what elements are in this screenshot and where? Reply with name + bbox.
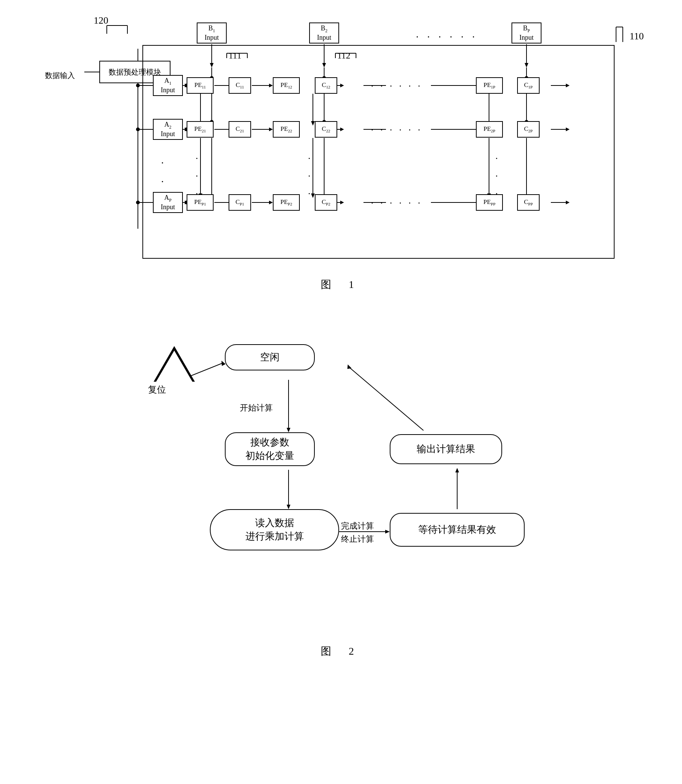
pe22-box: PE22: [273, 121, 300, 137]
c12-box: C12: [315, 77, 337, 94]
a2-input-box: A2Input: [153, 119, 183, 140]
c21-box: C21: [229, 121, 251, 137]
pep1-box: PEP1: [186, 194, 214, 211]
svg-point-8: [136, 128, 140, 131]
complete-compute-label: 完成计算: [341, 521, 374, 532]
svg-marker-114: [287, 505, 290, 509]
pe11-box: PE11: [186, 77, 214, 94]
row1-dots: · · · · · ·: [371, 81, 423, 92]
a1-input-box: A1Input: [153, 75, 183, 96]
wait-state-box: 等待计算结果有效: [390, 513, 524, 547]
cp2-box: CP2: [315, 194, 337, 211]
cp1-box: CP1: [229, 194, 251, 211]
col2-dots: ···: [308, 150, 311, 203]
reset-label: 复位: [148, 383, 166, 396]
b2-input-box: B2Input: [309, 22, 339, 43]
label-111: 111: [229, 51, 241, 61]
fig1-caption: 图 1: [22, 278, 660, 292]
pe12-box: PE12: [273, 77, 300, 94]
read-compute-state-box: 读入数据 进行乘加计算: [210, 509, 339, 551]
idle-state-box: 空闲: [225, 344, 315, 370]
b1-input-box: B1Input: [197, 22, 227, 43]
pe2p-box: PE2P: [476, 121, 503, 137]
pe21-box: PE21: [186, 121, 214, 137]
fig2-diagram: 复位 空闲 开始计算 接收参数 初始化变量 读入数据 进行乘加计算 完成计算 终…: [79, 329, 603, 637]
svg-marker-112: [287, 428, 290, 432]
c22-box: C22: [315, 121, 337, 137]
label-110: 110: [629, 31, 644, 42]
fig2-caption: 图 2: [22, 644, 660, 658]
c1p-box: C1P: [517, 77, 540, 94]
page: 120 数据输入: [0, 0, 682, 784]
c2p-box: C2P: [517, 121, 540, 137]
cpp-box: CPP: [517, 194, 540, 211]
pe1p-box: PE1P: [476, 77, 503, 94]
figure1-container: 120 数据输入: [22, 15, 660, 307]
triangle-inner: [156, 351, 193, 382]
bp-input-box: BPInput: [512, 22, 542, 43]
svg-point-7: [136, 84, 140, 87]
label-120: 120: [94, 15, 108, 26]
figure2-container: 复位 空闲 开始计算 接收参数 初始化变量 读入数据 进行乘加计算 完成计算 终…: [22, 329, 660, 674]
end-compute-label: 终止计算: [341, 533, 374, 545]
svg-marker-121: [347, 364, 352, 369]
pep2-box: PEP2: [273, 194, 300, 211]
receive-state-box: 接收参数 初始化变量: [225, 432, 315, 466]
data-input-label: 数据输入: [45, 70, 75, 81]
label-112: 112: [337, 51, 351, 61]
b-dots: · · · · · ·: [416, 31, 478, 43]
output-state-box: 输出计算结果: [390, 434, 502, 464]
row2-dots: · · · · · ·: [371, 125, 423, 136]
start-compute-label: 开始计算: [240, 402, 273, 414]
rowp-dots: · · · · · ·: [371, 198, 423, 209]
pepp-box: PEPP: [476, 194, 503, 211]
triangle-outer: [154, 346, 195, 382]
ap-input-box: APInput: [153, 192, 183, 213]
svg-point-9: [136, 201, 140, 204]
c11-box: C11: [229, 77, 251, 94]
svg-marker-119: [455, 468, 459, 473]
svg-marker-117: [385, 530, 390, 533]
svg-line-120: [349, 367, 424, 430]
fig1-diagram: 120 数据输入: [41, 15, 641, 270]
